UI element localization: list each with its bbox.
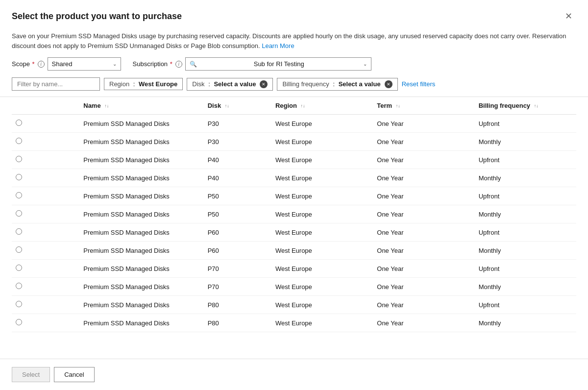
row-region: West Europe [271, 223, 373, 242]
table-row[interactable]: Premium SSD Managed Disks P80 West Europ… [12, 296, 576, 314]
row-radio[interactable] [16, 246, 22, 253]
disk-filter-close-icon[interactable]: ✕ [260, 80, 268, 88]
row-term: One Year [373, 314, 474, 332]
col-header-disk[interactable]: Disk ↑↓ [204, 97, 271, 115]
row-billing: Monthly [475, 133, 576, 151]
row-radio[interactable] [16, 228, 22, 235]
table-row[interactable]: Premium SSD Managed Disks P30 West Europ… [12, 115, 576, 133]
row-billing: Monthly [475, 169, 576, 187]
table-row[interactable]: Premium SSD Managed Disks P40 West Europ… [12, 169, 576, 187]
table-row[interactable]: Premium SSD Managed Disks P50 West Europ… [12, 187, 576, 205]
row-radio[interactable] [16, 174, 22, 180]
controls-row: Scope * i Shared ⌄ Subscription * i 🔍 Su… [0, 57, 588, 77]
table-row[interactable]: Premium SSD Managed Disks P30 West Europ… [12, 133, 576, 151]
row-radio-cell[interactable] [12, 223, 79, 242]
row-term: One Year [373, 187, 474, 205]
row-radio[interactable] [16, 283, 22, 289]
row-radio[interactable] [16, 301, 22, 307]
row-region: West Europe [271, 242, 373, 260]
subscription-chevron-icon: ⌄ [363, 61, 367, 67]
table-row[interactable]: Premium SSD Managed Disks P60 West Europ… [12, 223, 576, 242]
row-radio-cell[interactable] [12, 151, 79, 169]
learn-more-link[interactable]: Learn More [262, 42, 294, 49]
select-button[interactable]: Select [12, 367, 50, 382]
row-billing: Monthly [475, 242, 576, 260]
row-radio-cell[interactable] [12, 314, 79, 332]
region-filter-label: Region [109, 80, 129, 88]
row-radio-cell[interactable] [12, 205, 79, 223]
row-radio-cell[interactable] [12, 260, 79, 278]
col-header-region[interactable]: Region ↑↓ [271, 97, 373, 115]
row-name: Premium SSD Managed Disks [79, 115, 203, 133]
term-sort-icon: ↑↓ [396, 104, 400, 108]
product-table: Name ↑↓ Disk ↑↓ Region ↑↓ Term ↑↓ [12, 97, 576, 332]
row-name: Premium SSD Managed Disks [79, 205, 203, 223]
billing-filter-label: Billing frequency [282, 80, 329, 88]
row-radio-cell[interactable] [12, 242, 79, 260]
row-region: West Europe [271, 205, 373, 223]
scope-chevron-icon: ⌄ [113, 61, 117, 67]
reset-filters-button[interactable]: Reset filters [402, 80, 436, 88]
row-region: West Europe [271, 314, 373, 332]
row-radio-cell[interactable] [12, 169, 79, 187]
table-row[interactable]: Premium SSD Managed Disks P70 West Europ… [12, 278, 576, 296]
disk-filter-tag[interactable]: Disk : Select a value ✕ [187, 78, 273, 91]
region-filter-tag[interactable]: Region : West Europe [104, 78, 183, 90]
subscription-info-icon[interactable]: i [175, 61, 182, 68]
row-radio-cell[interactable] [12, 296, 79, 314]
table-row[interactable]: Premium SSD Managed Disks P40 West Europ… [12, 151, 576, 169]
dialog-header: Select the product you want to purchase … [0, 0, 588, 27]
billing-filter-close-icon[interactable]: ✕ [385, 80, 392, 88]
dialog-footer: Select Cancel [0, 359, 588, 390]
row-radio[interactable] [16, 210, 22, 217]
col-header-term[interactable]: Term ↑↓ [373, 97, 474, 115]
row-radio-cell[interactable] [12, 115, 79, 133]
table-row[interactable]: Premium SSD Managed Disks P50 West Europ… [12, 205, 576, 223]
subscription-dropdown[interactable]: 🔍 Sub for RI Testing ⌄ [185, 57, 371, 71]
row-disk: P40 [204, 151, 271, 169]
row-term: One Year [373, 169, 474, 187]
description-text: Save on your Premium SSD Managed Disks u… [0, 27, 588, 57]
name-sort-icon: ↑↓ [104, 104, 109, 108]
row-name: Premium SSD Managed Disks [79, 296, 203, 314]
row-term: One Year [373, 242, 474, 260]
row-disk: P80 [204, 314, 271, 332]
row-billing: Upfront [475, 223, 576, 242]
col-header-name[interactable]: Name ↑↓ [79, 97, 203, 115]
row-disk: P40 [204, 169, 271, 187]
cancel-button[interactable]: Cancel [54, 367, 94, 382]
row-name: Premium SSD Managed Disks [79, 260, 203, 278]
region-filter-value: West Europe [139, 80, 177, 88]
row-radio[interactable] [16, 319, 22, 325]
billing-filter-tag[interactable]: Billing frequency : Select a value ✕ [277, 78, 397, 91]
row-region: West Europe [271, 133, 373, 151]
row-disk: P30 [204, 133, 271, 151]
row-region: West Europe [271, 296, 373, 314]
row-radio[interactable] [16, 265, 22, 271]
row-billing: Monthly [475, 314, 576, 332]
row-radio-cell[interactable] [12, 187, 79, 205]
col-header-billing[interactable]: Billing frequency ↑↓ [475, 97, 576, 115]
table-row[interactable]: Premium SSD Managed Disks P70 West Europ… [12, 260, 576, 278]
row-radio[interactable] [16, 156, 22, 162]
close-button[interactable]: ✕ [561, 10, 576, 23]
row-billing: Upfront [475, 296, 576, 314]
row-region: West Europe [271, 187, 373, 205]
scope-info-icon[interactable]: i [38, 61, 45, 68]
scope-dropdown[interactable]: Shared ⌄ [48, 57, 121, 71]
disk-filter-value: Select a value [214, 80, 256, 88]
row-disk: P50 [204, 187, 271, 205]
row-radio[interactable] [16, 192, 22, 198]
row-term: One Year [373, 260, 474, 278]
row-radio[interactable] [16, 120, 22, 126]
table-row[interactable]: Premium SSD Managed Disks P60 West Europ… [12, 242, 576, 260]
row-radio[interactable] [16, 138, 22, 144]
subscription-search-icon: 🔍 [190, 61, 197, 68]
region-sort-icon: ↑↓ [301, 104, 305, 108]
row-radio-cell[interactable] [12, 278, 79, 296]
row-name: Premium SSD Managed Disks [79, 133, 203, 151]
row-radio-cell[interactable] [12, 133, 79, 151]
name-filter-input[interactable] [12, 77, 100, 91]
table-row[interactable]: Premium SSD Managed Disks P80 West Europ… [12, 314, 576, 332]
row-billing: Upfront [475, 151, 576, 169]
